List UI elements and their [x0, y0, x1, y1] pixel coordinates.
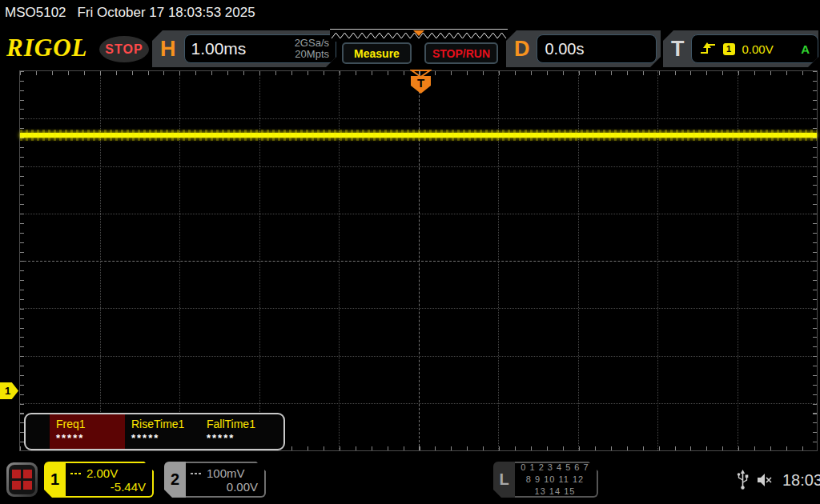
channel2-scale: 100mV — [207, 466, 245, 480]
logic-channel-list[interactable]: 0 1 2 3 4 5 6 7 8 9 10 11 12 13 14 15 — [515, 462, 598, 498]
channel1-trace — [20, 133, 817, 138]
toolbar: RIGOL STOP H 1.00ms 2GSa/s 20Mpts Measur… — [0, 26, 820, 68]
status-icons: 18:03 — [737, 456, 820, 504]
rigol-logo: RIGOL — [6, 34, 87, 62]
measurement-label: FallTime1 — [207, 418, 275, 430]
datetime-text: Fri October 17 18:03:53 2025 — [78, 5, 255, 21]
channel1-values[interactable]: 2.00V -5.44V — [66, 462, 154, 498]
dc-coupling-icon — [70, 471, 82, 474]
stop-run-button[interactable]: STOP/RUN — [424, 42, 498, 64]
trigger-source-badge: 1 — [723, 43, 735, 55]
measurement-value: ***** — [131, 432, 200, 444]
delay-section[interactable]: D 0.00s — [506, 30, 661, 67]
measurement-value: ***** — [56, 432, 125, 444]
gridline — [20, 166, 817, 167]
channel1-scale: 2.00V — [86, 466, 118, 480]
channel2-control[interactable]: 2 100mV 0.00V — [164, 462, 266, 498]
measurement-label: Freq1 — [56, 418, 125, 430]
channel1-control[interactable]: 1 2.00V -5.44V — [44, 462, 154, 498]
horizontal-label: H — [152, 37, 183, 62]
logic-analyzer-control[interactable]: L 0 1 2 3 4 5 6 7 8 9 10 11 12 13 14 15 — [493, 462, 598, 498]
run-state-badge[interactable]: STOP — [99, 36, 149, 62]
measurement-spacer — [26, 414, 50, 449]
gridline — [20, 403, 817, 404]
clock-text: 18:03 — [782, 471, 820, 490]
gridline — [20, 214, 817, 214]
measurement-panel[interactable]: Freq1 ***** RiseTime1 ***** FallTime1 **… — [24, 413, 285, 450]
trigger-label: T — [663, 37, 691, 62]
menu-button[interactable] — [6, 462, 38, 497]
measure-button[interactable]: Measure — [342, 42, 412, 64]
measurement-value: ***** — [207, 432, 275, 444]
dc-coupling-icon — [191, 471, 203, 474]
titlebar: MSO5102 Fri October 17 18:03:53 2025 — [0, 0, 820, 26]
measurement-item-risetime1[interactable]: RiseTime1 ***** — [125, 414, 200, 449]
measurement-item-falltime1[interactable]: FallTime1 ***** — [200, 414, 275, 449]
timebase-box[interactable]: 1.00ms 2GSa/s 20Mpts — [184, 34, 337, 63]
channel2-tab[interactable]: 2 — [164, 462, 186, 498]
speaker-muted-icon[interactable] — [757, 472, 774, 488]
gridline — [20, 308, 817, 309]
delay-label: D — [506, 37, 537, 62]
usb-icon — [737, 470, 749, 490]
timebase-value: 1.00ms — [191, 39, 247, 58]
trigger-box[interactable]: 1 0.00V A — [691, 34, 819, 63]
acquisition-info: 2GSa/s 20Mpts — [295, 38, 329, 60]
trigger-slope-icon — [700, 42, 716, 55]
trigger-level-value: 0.00V — [742, 42, 774, 56]
channel2-offset: 0.00V — [191, 480, 258, 494]
trigger-position-marker[interactable]: T — [411, 76, 431, 94]
logic-analyzer-tab[interactable]: L — [493, 462, 515, 498]
center-gridline-horizontal — [20, 261, 817, 262]
edge-ticks-left — [20, 71, 24, 450]
waveform-overview-strip[interactable] — [330, 29, 508, 42]
logic-row-2: 8 9 10 11 12 13 14 15 — [520, 474, 590, 498]
memory-depth: 20Mpts — [295, 48, 329, 60]
sample-rate: 2GSa/s — [295, 37, 329, 49]
measurement-item-freq1[interactable]: Freq1 ***** — [50, 414, 125, 449]
logic-row-1: 0 1 2 3 4 5 6 7 — [520, 462, 590, 474]
gridline — [20, 118, 817, 119]
waveform-display-area[interactable]: T — [19, 70, 818, 451]
horizontal-section[interactable]: H 1.00ms 2GSa/s 20Mpts — [152, 30, 336, 67]
menu-grid-icon — [9, 465, 35, 494]
measurement-label: RiseTime1 — [131, 418, 200, 430]
waveform-overview-icon — [330, 30, 508, 42]
trigger-sweep-mode: A — [801, 42, 810, 56]
delay-box[interactable]: 0.00s — [537, 34, 657, 63]
channel1-ground-marker[interactable]: 1 — [0, 382, 18, 399]
delay-value: 0.00s — [545, 40, 585, 58]
channel1-offset: -5.44V — [70, 480, 146, 494]
channel1-tab[interactable]: 1 — [44, 462, 66, 498]
trigger-section[interactable]: T 1 0.00V A — [663, 30, 818, 67]
channel2-values[interactable]: 100mV 0.00V — [186, 462, 266, 498]
edge-ticks-right — [813, 71, 817, 450]
bottombar: 1 2.00V -5.44V 2 100mV 0.00V L 0 1 2 3 4… — [0, 456, 820, 504]
model-name: MSO5102 — [5, 5, 66, 21]
gridline — [20, 356, 817, 357]
